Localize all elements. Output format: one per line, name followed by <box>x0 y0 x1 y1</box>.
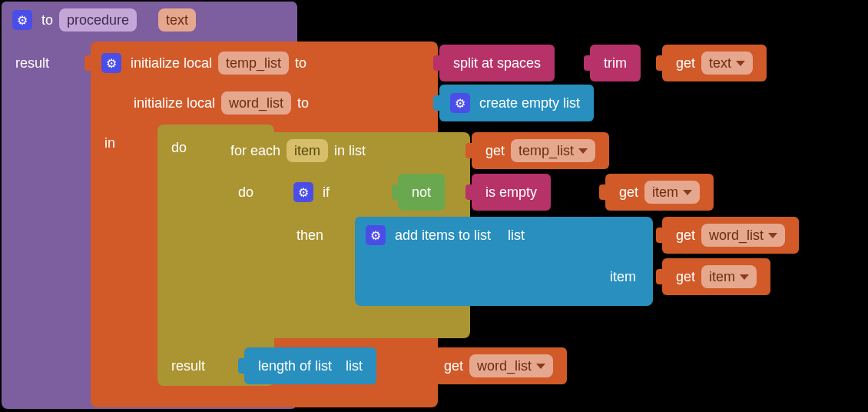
get-text-var[interactable]: text <box>701 52 753 75</box>
var-name: text <box>709 55 731 71</box>
foreach-do-label: do <box>224 174 267 211</box>
is-empty-label: is empty <box>485 184 537 201</box>
result-row: result <box>157 347 219 384</box>
var-name: temp_list <box>518 143 574 159</box>
result-label: result <box>15 55 49 71</box>
foreach-header[interactable]: for each item in list <box>217 132 379 169</box>
get-wordlist-var2[interactable]: word_list <box>469 354 553 377</box>
procedure-param[interactable]: text <box>158 8 196 32</box>
do-label: do <box>238 184 253 201</box>
get-wordlist-2[interactable]: get word_list <box>430 347 567 384</box>
chevron-down-icon <box>768 233 777 238</box>
get-label: get <box>676 228 695 244</box>
length-label: length of list <box>258 358 332 374</box>
add-items-to-list[interactable]: ⚙ add items to list list <box>355 217 538 254</box>
list-label2: list <box>346 358 363 374</box>
get-text[interactable]: get text <box>662 45 767 81</box>
init-local-templist[interactable]: ⚙ initialize local temp_list to <box>91 45 320 81</box>
init-label: initialize local <box>134 95 215 111</box>
init-label: initialize local <box>131 55 212 71</box>
var-wordlist[interactable]: word_list <box>221 91 291 115</box>
procedure-header[interactable]: ⚙ to procedure text <box>2 2 210 38</box>
not-block[interactable]: not <box>398 174 445 211</box>
if-label: if <box>323 184 330 201</box>
foreach-label1: for each <box>230 143 280 159</box>
var-name: word_list <box>709 228 764 244</box>
var-name: word_list <box>477 358 532 374</box>
foreach-item[interactable]: item <box>287 139 328 162</box>
chevron-down-icon <box>578 148 588 154</box>
get-templist-var[interactable]: temp_list <box>511 139 595 162</box>
get-item-var[interactable]: item <box>644 181 700 204</box>
add-items-item-row: item <box>355 258 653 295</box>
trim-block[interactable]: trim <box>590 45 641 81</box>
if-block[interactable]: ⚙ if <box>283 174 343 211</box>
procedure-name[interactable]: procedure <box>59 8 137 32</box>
result-label-block: result <box>2 45 63 81</box>
chevron-down-icon <box>740 274 749 280</box>
get-label: get <box>676 269 695 285</box>
gear-icon[interactable]: ⚙ <box>293 182 313 202</box>
do-label: do <box>171 140 187 156</box>
get-item-2[interactable]: get item <box>662 258 770 295</box>
get-label: get <box>444 358 463 374</box>
var-name: item <box>709 269 735 285</box>
length-of-list[interactable]: length of list list <box>244 347 376 384</box>
get-wordlist-var[interactable]: word_list <box>701 224 785 247</box>
get-label: get <box>619 184 638 201</box>
get-item-var2[interactable]: item <box>701 265 757 288</box>
item-label: item <box>610 269 636 285</box>
gear-icon[interactable]: ⚙ <box>12 10 32 30</box>
chevron-down-icon <box>683 190 692 195</box>
to-label: to <box>295 55 306 71</box>
trim-label: trim <box>604 55 627 71</box>
split-label: split at spaces <box>453 55 541 71</box>
gear-icon[interactable]: ⚙ <box>450 93 470 113</box>
get-templist[interactable]: get temp_list <box>472 132 609 169</box>
do-label-block: do <box>157 129 200 166</box>
chevron-down-icon <box>536 364 545 369</box>
list-label: list <box>508 228 525 244</box>
add-items-label: add items to list <box>395 228 491 244</box>
then-label-block: then <box>283 217 337 254</box>
get-wordlist-1[interactable]: get word_list <box>662 217 799 254</box>
foreach-label2: in list <box>334 143 366 159</box>
not-label: not <box>412 184 431 201</box>
to-label: to <box>297 95 309 111</box>
split-at-spaces[interactable]: split at spaces <box>439 45 555 81</box>
to-label: to <box>41 12 53 28</box>
create-empty-label: create empty list <box>479 95 580 111</box>
chevron-down-icon <box>736 61 745 66</box>
get-label: get <box>676 55 695 71</box>
gear-icon[interactable]: ⚙ <box>101 53 121 73</box>
then-label: then <box>297 228 323 244</box>
in-label-block: in <box>91 125 129 161</box>
var-name: item <box>652 184 678 201</box>
is-empty-block[interactable]: is empty <box>472 174 551 211</box>
in-label: in <box>104 135 115 151</box>
create-empty-list[interactable]: ⚙ create empty list <box>439 85 594 121</box>
init-local-wordlist[interactable]: initialize local word_list to <box>120 85 323 121</box>
get-item-1[interactable]: get item <box>605 174 714 211</box>
gear-icon[interactable]: ⚙ <box>366 225 386 245</box>
result-label2: result <box>171 358 205 374</box>
get-label: get <box>485 143 505 159</box>
var-templist[interactable]: temp_list <box>218 52 289 75</box>
